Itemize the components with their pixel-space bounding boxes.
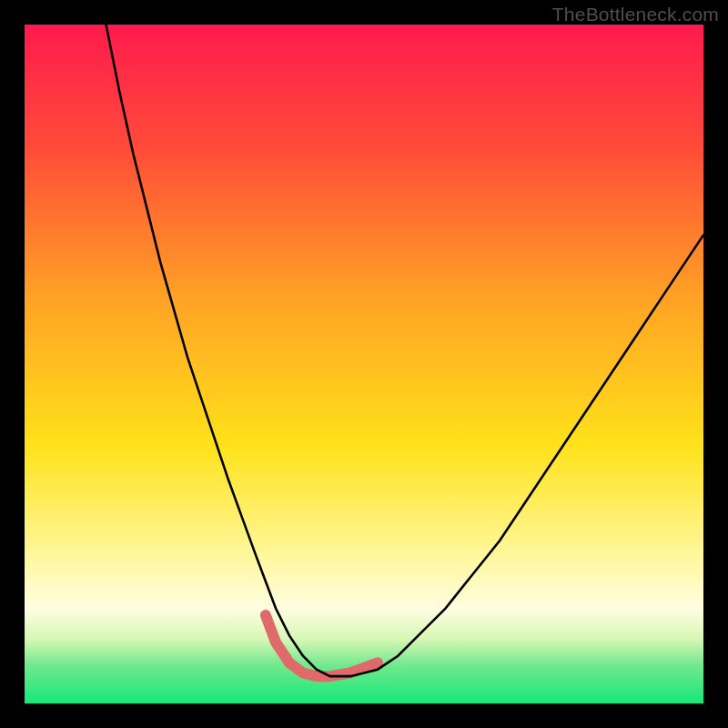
watermark-text: TheBottleneck.com (552, 4, 719, 25)
chart-plot (25, 25, 703, 703)
chart-frame: TheBottleneck.com (0, 0, 728, 728)
